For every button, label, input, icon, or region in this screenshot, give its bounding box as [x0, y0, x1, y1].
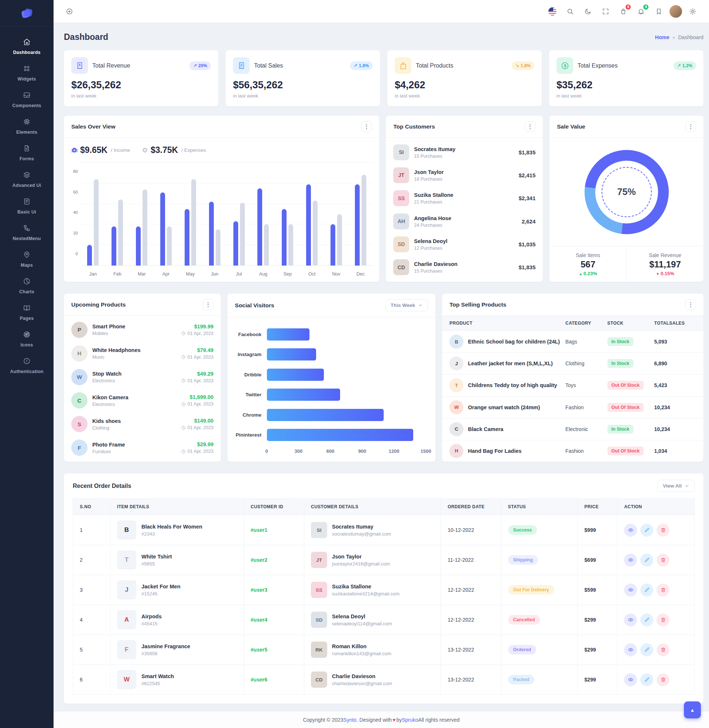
view-button[interactable]: [624, 643, 637, 657]
view-all-dropdown[interactable]: View All: [658, 480, 694, 492]
sidebar-item-dashboards[interactable]: Dashboards: [0, 33, 54, 60]
sidebar-item-authentication[interactable]: Authentication: [0, 352, 54, 379]
view-button[interactable]: [624, 584, 637, 597]
table-header-row: PRODUCT CATEGORY STOCK TOTALSALES: [442, 316, 703, 331]
breadcrumb-home[interactable]: Home: [655, 34, 670, 40]
customer-avatar: SS: [311, 582, 327, 598]
tree-icon: [23, 224, 31, 233]
upcoming-products-list: P Smart PhoneMobiles $199.9901 Apr, 2023…: [64, 316, 221, 462]
app-window: Dashboards Widgets Components Elements F…: [0, 0, 709, 728]
customer-row: SS Suzika Stallone21 Purchases $2,341: [386, 187, 543, 210]
edit-button[interactable]: [640, 614, 653, 626]
breadcrumb: Home » Dashboard: [655, 34, 703, 40]
sidebar-item-pages[interactable]: Pages: [0, 299, 54, 326]
sidebar-item-maps[interactable]: Maps: [0, 246, 54, 273]
search-button[interactable]: [563, 4, 577, 19]
stat-caption: in last week: [233, 93, 373, 99]
trash-icon: [660, 617, 666, 623]
item-thumb: A: [117, 610, 136, 629]
sidebar-toggle-button[interactable]: [63, 4, 76, 19]
sales-chart-y-axis: 020406080100: [67, 162, 81, 266]
order-row: 2 TWhite Tshirt#5655 #user2 JTJson Taylo…: [73, 545, 694, 575]
stock-badge: Out Of Stock: [607, 446, 643, 455]
kebab-menu-button[interactable]: [203, 299, 213, 310]
sidebar-item-forms[interactable]: Forms: [0, 140, 54, 166]
edit-button[interactable]: [640, 584, 653, 597]
sidebar-item-elements[interactable]: Elements: [0, 113, 54, 140]
settings-button[interactable]: [686, 4, 700, 19]
book-icon: [23, 304, 31, 313]
delete-button[interactable]: [656, 554, 670, 567]
delete-button[interactable]: [656, 643, 670, 657]
products-row: Upcoming Products P Smart PhoneMobiles $…: [64, 294, 703, 462]
sidebar-item-nestedmenu[interactable]: NestedMenu: [0, 219, 54, 246]
income-value: $9.65K: [80, 145, 108, 155]
clock-icon: [181, 331, 186, 336]
sidebar-item-icons[interactable]: Icons: [0, 326, 54, 352]
customer-row: SI Socrates Itumay15 Purchases $1,835: [386, 141, 543, 163]
delete-button[interactable]: [656, 524, 670, 537]
expenses-legend-dot: [143, 148, 147, 153]
edit-button[interactable]: [640, 524, 653, 537]
us-flag-icon: [549, 7, 556, 16]
kebab-menu-button[interactable]: [525, 121, 535, 132]
app-logo[interactable]: [0, 0, 54, 26]
sidebar-item-advanced-ui[interactable]: Advanced Ui: [0, 166, 54, 193]
delete-button[interactable]: [656, 673, 670, 686]
social-visitors-chart: FacebookInstagramDribbleTwitterChromePin…: [228, 317, 435, 462]
sale-items-delta: 0.23%: [579, 271, 597, 276]
sidebar-item-components[interactable]: Components: [0, 86, 54, 113]
sidebar-item-widgets[interactable]: Widgets: [0, 60, 54, 86]
product-row: F Photo FrameFurniture $29.9901 Apr, 202…: [64, 436, 221, 460]
user-avatar[interactable]: [670, 5, 682, 18]
stat-card-total-expenses: $ Total Expenses 1.2% $35,262 in last we…: [549, 50, 703, 107]
delete-button[interactable]: [656, 584, 670, 597]
pencil-icon: [644, 647, 650, 653]
view-button[interactable]: [624, 524, 637, 537]
view-button[interactable]: [624, 673, 637, 686]
eye-icon: [628, 617, 634, 623]
clock-icon: [181, 402, 186, 407]
sidebar-item-charts[interactable]: Charts: [0, 273, 54, 299]
spruko-link[interactable]: Spruko: [402, 717, 418, 723]
products-bag-icon: [395, 57, 411, 74]
view-button[interactable]: [624, 554, 637, 567]
stock-badge: In Stock: [607, 337, 634, 346]
fullscreen-button[interactable]: [598, 4, 613, 19]
edit-button[interactable]: [640, 643, 653, 657]
kebab-menu-button[interactable]: [686, 121, 696, 132]
product-thumb: C: [71, 392, 88, 408]
edit-button[interactable]: [640, 673, 653, 686]
kebab-menu-button[interactable]: [686, 299, 696, 310]
edit-button[interactable]: [640, 554, 653, 567]
product-row: P Smart PhoneMobiles $199.9901 Apr, 2023: [64, 318, 221, 341]
item-thumb: J: [117, 580, 136, 600]
cart-button[interactable]: 4: [616, 4, 630, 19]
order-row: 1 BBlack Heals For Women#2343 #user1 SIS…: [73, 515, 694, 545]
order-row: 4 AAirpods#45415 #user4 SDSelena Deoylse…: [73, 605, 694, 635]
bookmark-button[interactable]: [652, 4, 666, 19]
week-filter-dropdown[interactable]: This Week: [385, 299, 428, 311]
view-button[interactable]: [624, 614, 637, 626]
table-row: WOrange smart watch (24mm) Fashion Out O…: [442, 396, 703, 418]
top-customers-card: Top Customers SI Socrates Itumay15 Purch…: [386, 115, 543, 282]
page-title: Dashboard: [64, 32, 108, 42]
product-thumb: H: [71, 345, 88, 362]
page-content: Dashboard Home » Dashboard $ Total Reven…: [54, 23, 709, 728]
scroll-to-top-button[interactable]: ▲: [684, 702, 701, 718]
bookmark-icon: [655, 8, 662, 15]
kebab-menu-button[interactable]: [361, 121, 372, 132]
synto-link[interactable]: Synto: [343, 717, 357, 723]
eye-icon: [628, 677, 634, 683]
customer-row: CD Charlie Davieson15 Purchases $1,835: [386, 256, 543, 279]
notifications-button[interactable]: 4: [634, 4, 648, 19]
table-row: CBlack Camera Electronic In Stock 10,234: [442, 418, 703, 440]
order-row: 5 FJasmine Fragrance#35656 #user5 RKRoma…: [73, 635, 694, 665]
sidebar-item-basic-ui[interactable]: Basic Ui: [0, 193, 54, 219]
customer-avatar: SS: [393, 190, 409, 206]
customer-avatar: RK: [311, 642, 327, 658]
breadcrumb-current: Dashboard: [678, 34, 704, 40]
language-button[interactable]: [546, 4, 559, 19]
delete-button[interactable]: [656, 614, 670, 626]
dark-mode-button[interactable]: [581, 4, 595, 19]
